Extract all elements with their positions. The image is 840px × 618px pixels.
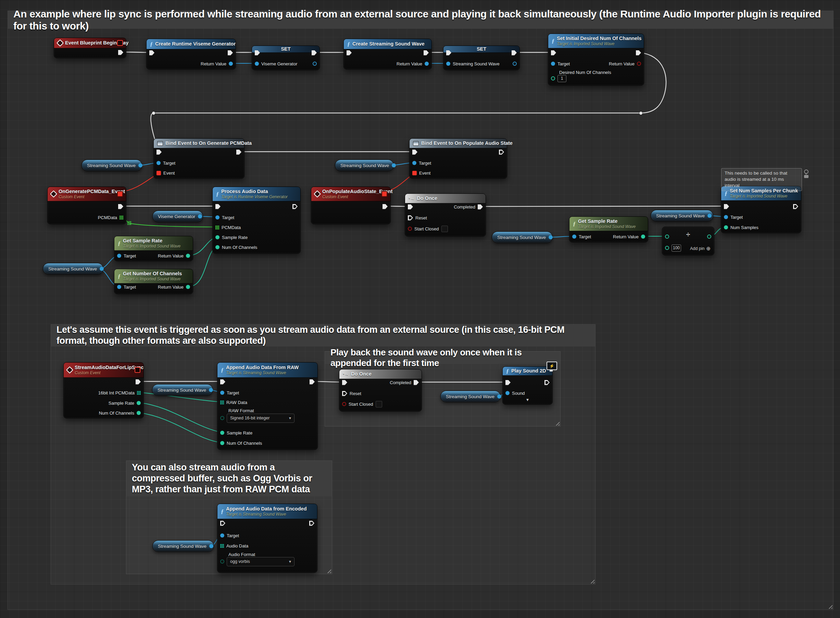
node-event-blueprint-begin-play[interactable]: Event Blueprint Begin Play	[54, 38, 126, 58]
wire-exec[interactable]	[481, 206, 726, 206]
add-pin-button[interactable]: Add pin⊕	[690, 245, 711, 252]
int-pin[interactable]	[724, 225, 728, 229]
int-pin[interactable]	[137, 411, 141, 415]
variable-get-viseme-generator[interactable]: Viseme Generator	[152, 211, 203, 222]
object-pin[interactable]	[220, 391, 224, 395]
variable-get-streaming-sound-wave[interactable]: Streaming Sound Wave	[492, 232, 553, 243]
node-append-audio-data-from-raw[interactable]: ƒAppend Audio Data From RAWTarget is Str…	[217, 362, 318, 450]
exec-pin[interactable]	[216, 204, 220, 209]
int-pin[interactable]	[216, 245, 220, 249]
node-header[interactable]: ƒAppend Audio Data from EncodedTarget is…	[217, 504, 317, 519]
dropdown-select[interactable]: Signed 16-bit integer▾	[227, 414, 294, 423]
node-ongeneratepcmdata-event[interactable]: OnGeneratePCMData_EventCustom EventPCMDa…	[47, 187, 126, 224]
int-pin[interactable]	[186, 254, 190, 258]
array-pin[interactable]	[119, 216, 123, 220]
exec-pin[interactable]	[544, 380, 550, 385]
node-divide[interactable]: ÷Add pin⊕100	[662, 227, 714, 256]
exec-pin[interactable]	[478, 204, 483, 209]
object-pin[interactable]	[255, 62, 259, 66]
array-reroute-node[interactable]	[127, 221, 131, 225]
reroute-node[interactable]	[152, 111, 155, 115]
variable-get-streaming-sound-wave[interactable]: Streaming Sound Wave	[152, 384, 213, 396]
int-pin[interactable]	[137, 401, 141, 405]
object-pin[interactable]	[117, 254, 121, 258]
node-header[interactable]: ƒGet Sample RateTarget is Imported Sound…	[569, 217, 648, 231]
exec-pin[interactable]	[255, 51, 260, 55]
node-streamaudiodataforlipsync[interactable]: StreamAudioDataForLipSyncCustom Event16b…	[63, 362, 144, 418]
int-pin[interactable]	[186, 285, 190, 289]
node-header[interactable]: ƒGet Sample RateTarget is Imported Sound…	[114, 236, 193, 251]
node-bind-event-to-on-populate-audio-state[interactable]: Bind Event to On Populate Audio StateTar…	[409, 138, 507, 179]
enum-pin[interactable]	[220, 416, 224, 420]
object-pin[interactable]	[313, 62, 317, 66]
variable-get-streaming-sound-wave[interactable]: Streaming Sound Wave	[82, 159, 142, 171]
node-process-audio-data[interactable]: ƒProcess Audio DataTarget is Runtime Vis…	[212, 187, 301, 254]
exec-pin[interactable]	[424, 51, 429, 55]
node-append-audio-data-from-encoded[interactable]: ƒAppend Audio Data from EncodedTarget is…	[217, 504, 317, 573]
exec-pin[interactable]	[342, 380, 347, 385]
exec-pin[interactable]	[293, 204, 297, 209]
exec-pin[interactable]	[793, 204, 798, 209]
exec-pin[interactable]	[118, 50, 123, 55]
exec-pin[interactable]	[135, 379, 141, 385]
object-pin[interactable]	[549, 235, 553, 239]
node-header[interactable]: ƒProcess Audio DataTarget is Runtime Vis…	[213, 187, 300, 201]
node-do-once[interactable]: ¹→Do OnceCompletedResetStart Closed	[405, 193, 486, 236]
array-pin[interactable]	[137, 391, 141, 395]
node-get-sample-rate[interactable]: ƒGet Sample RateTarget is Imported Sound…	[569, 216, 648, 242]
node-header[interactable]: ¹→Do Once	[405, 194, 486, 204]
int-pin[interactable]	[220, 441, 224, 445]
exec-pin[interactable]	[636, 51, 641, 55]
exec-pin[interactable]	[149, 51, 155, 55]
int-pin[interactable]	[641, 235, 645, 239]
object-pin[interactable]	[100, 267, 104, 271]
exec-pin[interactable]	[412, 150, 418, 155]
variable-get-streaming-sound-wave[interactable]: Streaming Sound Wave	[43, 263, 103, 275]
node-create-streaming-sound-wave[interactable]: ƒCreate Streaming Sound WaveReturn Value	[343, 39, 432, 70]
node-header[interactable]: ƒCreate Streaming Sound Wave	[344, 39, 431, 49]
node-header[interactable]: Event Blueprint Begin Play	[54, 38, 126, 48]
delegate-pin[interactable]	[117, 40, 123, 46]
dropdown-select[interactable]: ogg vorbis▾	[227, 557, 294, 566]
exec-pin[interactable]	[505, 380, 511, 385]
exec-pin[interactable]	[156, 150, 162, 155]
node-header[interactable]: ƒGet Number Of ChannelsTarget is Importe…	[114, 269, 193, 284]
object-pin[interactable]	[724, 215, 728, 219]
array-pin[interactable]	[220, 544, 224, 548]
node-header[interactable]: ƒSet Initial Desired Num Of ChannelsTarg…	[548, 34, 644, 48]
object-pin[interactable]	[513, 62, 517, 66]
exec-pin[interactable]	[724, 204, 729, 209]
node-set[interactable]: SETViseme Generator	[252, 46, 320, 70]
node-header[interactable]: Bind Event to On Populate Audio State	[410, 139, 507, 148]
object-pin[interactable]	[220, 533, 224, 538]
variable-get-streaming-sound-wave[interactable]: Streaming Sound Wave	[335, 159, 394, 171]
exec-pin[interactable]	[551, 51, 556, 55]
exec-pin[interactable]	[228, 51, 233, 55]
node-header[interactable]: OnGeneratePCMData_EventCustom Event	[48, 187, 126, 201]
node-bind-event-to-on-generate-pcmdata[interactable]: Bind Event to On Generate PCMDataTargetE…	[153, 138, 244, 179]
delegate-pin[interactable]	[156, 171, 161, 175]
int-pin[interactable]	[216, 235, 220, 239]
reroute-node[interactable]	[639, 111, 642, 115]
object-pin[interactable]	[138, 163, 143, 168]
object-pin[interactable]	[497, 394, 501, 398]
node-set-initial-desired-num-of-channels[interactable]: ƒSet Initial Desired Num Of ChannelsTarg…	[548, 34, 644, 86]
node-header[interactable]: ƒAppend Audio Data From RAWTarget is Str…	[217, 362, 317, 378]
exec-pin[interactable]	[511, 51, 517, 55]
exec-pin[interactable]	[346, 51, 352, 55]
pin-icon[interactable]	[804, 169, 809, 174]
variable-get-streaming-sound-wave[interactable]: Streaming Sound Wave	[152, 540, 214, 552]
blueprint-graph-canvas[interactable]: An example where lip sync is performed w…	[0, 0, 840, 618]
enum-pin[interactable]	[220, 559, 224, 563]
node-get-number-of-channels[interactable]: ƒGet Number Of ChannelsTarget is Importe…	[114, 269, 193, 294]
checkbox[interactable]	[442, 226, 448, 232]
delegate-pin[interactable]	[412, 171, 417, 175]
exec-pin[interactable]	[342, 391, 347, 396]
variable-get-streaming-sound-wave[interactable]: Streaming Sound Wave	[440, 391, 501, 402]
exec-pin[interactable]	[408, 204, 413, 209]
node-header[interactable]: SET	[443, 46, 519, 53]
node-create-runtime-viseme-generator[interactable]: ƒCreate Runtime Viseme GeneratorReturn V…	[146, 39, 236, 70]
object-pin[interactable]	[505, 391, 510, 395]
object-pin[interactable]	[392, 163, 396, 168]
wire-int[interactable]	[139, 403, 222, 432]
